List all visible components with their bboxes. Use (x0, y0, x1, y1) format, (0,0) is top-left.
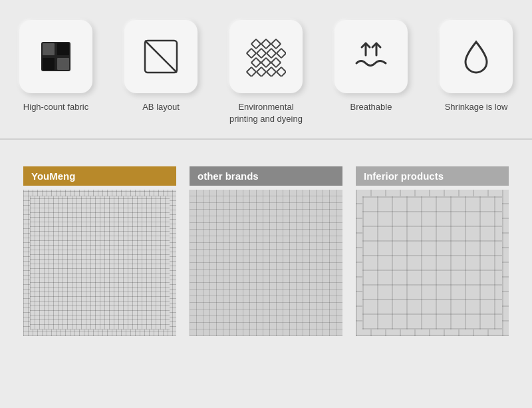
feature-label-ab-layout: AB layout (142, 101, 180, 113)
feature-high-count-fabric: High-count fabric (13, 20, 98, 113)
svg-rect-10 (247, 49, 256, 58)
svg-rect-15 (261, 58, 271, 67)
drop-icon (456, 37, 496, 77)
brand-inferior-label: Inferior products (356, 166, 509, 186)
feature-breathable: Breathable (329, 20, 414, 113)
svg-rect-20 (277, 67, 286, 77)
icon-box-breathable (334, 20, 408, 93)
fabric-inner-youmeng (30, 196, 170, 329)
svg-rect-1 (43, 43, 55, 55)
feature-label-breathable: Breathable (350, 101, 392, 113)
breathable-icon (351, 37, 391, 77)
features-section: High-count fabric AB layout (0, 0, 532, 138)
feature-label-environmental-printing: Environmental printing and dyeing (223, 101, 309, 125)
fabric-icon (36, 37, 76, 77)
icon-box-print (229, 20, 303, 93)
svg-rect-18 (257, 67, 266, 77)
brands-comparison-section: YouMeng other brands Inferior products (0, 160, 532, 349)
svg-rect-9 (271, 39, 281, 49)
svg-rect-7 (251, 39, 261, 49)
icon-box-drop (440, 20, 513, 93)
svg-line-6 (145, 41, 177, 73)
icon-box-fabric (19, 20, 92, 93)
brand-inferior: Inferior products (356, 166, 509, 336)
fabric-preview-other (190, 190, 342, 336)
svg-rect-11 (257, 49, 266, 58)
svg-rect-3 (43, 58, 55, 70)
brand-other-label: other brands (190, 166, 342, 186)
svg-rect-16 (271, 58, 281, 67)
svg-rect-8 (261, 39, 271, 49)
feature-label-high-count-fabric: High-count fabric (23, 101, 88, 113)
fabric-inner-inferior (362, 196, 502, 329)
feature-environmental-printing: Environmental printing and dyeing (223, 20, 309, 125)
brand-youmeng: YouMeng (23, 166, 176, 336)
section-divider (0, 138, 532, 140)
svg-rect-2 (57, 43, 69, 55)
svg-rect-4 (57, 58, 69, 70)
svg-rect-14 (251, 58, 261, 67)
ab-icon (141, 37, 181, 77)
feature-label-shrinkage-low: Shrinkage is low (445, 101, 508, 113)
brand-other: other brands (190, 166, 342, 336)
fabric-preview-youmeng (23, 190, 176, 336)
fabric-preview-inferior (356, 190, 509, 336)
fabric-inner-other (196, 196, 336, 329)
svg-rect-13 (277, 49, 286, 58)
svg-rect-17 (247, 67, 256, 77)
print-icon (246, 37, 286, 77)
feature-ab-layout: AB layout (118, 20, 203, 113)
feature-shrinkage-low: Shrinkage is low (434, 20, 519, 113)
icon-box-ab (124, 20, 198, 93)
svg-rect-12 (267, 49, 276, 58)
brand-youmeng-label: YouMeng (23, 166, 176, 186)
svg-rect-19 (267, 67, 276, 77)
